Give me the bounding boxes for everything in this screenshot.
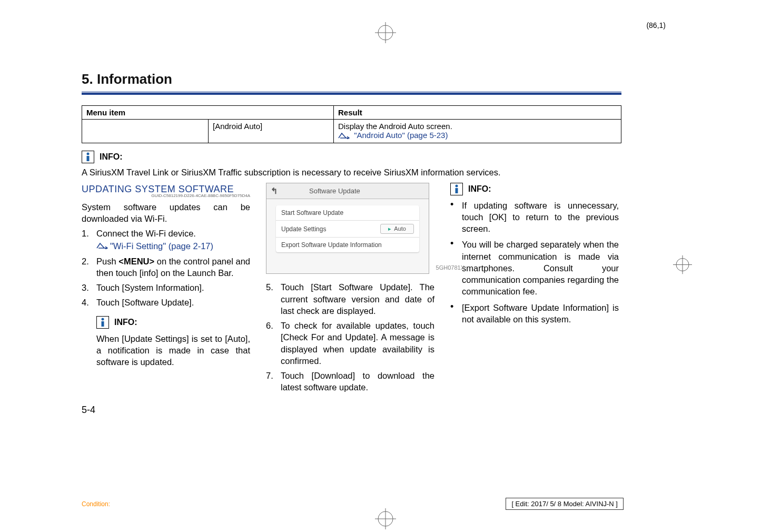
info-label-1: INFO:	[100, 152, 123, 162]
info-label-3: INFO:	[468, 183, 491, 195]
column-3: INFO: •If updating software is unnecessa…	[450, 183, 619, 397]
condition-label: Condition:	[82, 500, 110, 508]
svg-rect-9	[102, 321, 104, 327]
svg-point-10	[456, 184, 458, 187]
shot-row-3: Export Software Update Information	[276, 237, 419, 252]
step7-text: Touch [Download] to download the latest …	[281, 370, 434, 393]
title-underline	[82, 92, 621, 96]
col1-info-note: When [Update Settings] is set to [Auto],…	[96, 333, 250, 368]
step6-text: To check for available updates, touch [C…	[281, 320, 434, 367]
info-label-2: INFO:	[114, 317, 137, 328]
svg-point-8	[102, 318, 104, 320]
page-number: 5-4	[82, 405, 95, 416]
step1-text: Connect the Wi-Fi device.	[96, 229, 196, 238]
info-icon	[96, 316, 109, 329]
info-icon	[450, 183, 463, 195]
shot-title: Software Update	[309, 186, 360, 196]
column-1: UPDATING SYSTEM SOFTWARE GUID-C5812199-D…	[82, 183, 250, 397]
info-box-1: INFO:	[82, 151, 621, 163]
num-6: 6.	[266, 320, 281, 367]
ref-icon	[96, 240, 108, 252]
step4-text: Touch [Software Update].	[96, 297, 250, 308]
col3-b2: You will be charged separately when the …	[462, 239, 619, 297]
page-indicator: (86,1)	[646, 21, 666, 29]
num-7: 7.	[266, 370, 281, 393]
num-1: 1.	[82, 228, 96, 252]
shot-row-1: Start Software Update	[276, 205, 419, 220]
num-4: 4.	[82, 297, 96, 308]
section-title: 5. Information	[82, 71, 621, 87]
step3-text: Touch [System Information].	[96, 282, 250, 293]
crop-mark-bottom	[375, 508, 396, 529]
column-2: ↰ Software Update Start Software Update …	[266, 183, 434, 397]
svg-rect-11	[456, 188, 458, 193]
step1-link: "Wi-Fi Setting" (page 2-17)	[110, 240, 213, 252]
back-icon: ↰	[271, 185, 278, 197]
step2-text: Push <MENU> on the control panel and the…	[96, 255, 250, 279]
crop-mark-top	[375, 22, 396, 43]
col3-b1: If updating software is unnecessary, tou…	[462, 200, 619, 235]
svg-rect-7	[87, 156, 90, 161]
step5-text: Touch [Start Software Update]. The curre…	[281, 281, 434, 317]
shot-toggle: ▸Auto	[380, 224, 414, 234]
num-3: 3.	[82, 282, 96, 293]
num-2: 2.	[82, 255, 96, 279]
shot-row2-label: Update Settings	[281, 225, 326, 233]
shot-code: 5GH0781X	[436, 264, 464, 272]
crop-mark-side	[673, 255, 692, 277]
td-empty	[82, 120, 209, 143]
result-link: "Android Auto" (page 5-23)	[354, 131, 448, 140]
info-icon	[82, 151, 94, 163]
menu-table: Menu item Result [Android Auto] Display …	[82, 105, 621, 143]
edit-box: [ Edit: 2017/ 5/ 8 Model: AIVINJ-N ]	[506, 498, 624, 510]
th-menu: Menu item	[82, 106, 334, 120]
num-5: 5.	[266, 281, 281, 317]
software-update-screenshot: ↰ Software Update Start Software Update …	[266, 183, 429, 274]
result-line1: Display the Android Auto screen.	[338, 122, 452, 131]
svg-point-6	[87, 152, 90, 155]
info-box-3: INFO:	[450, 183, 619, 195]
col1-intro: System software updates can be downloade…	[82, 201, 250, 225]
th-result: Result	[334, 106, 621, 120]
td-result: Display the Android Auto screen. "Androi…	[334, 120, 621, 143]
ref-icon	[338, 132, 350, 141]
td-android-auto: [Android Auto]	[209, 120, 334, 143]
col3-b3: [Export Software Update Information] is …	[462, 302, 619, 326]
info-box-2: INFO:	[96, 316, 250, 329]
bullet-icon: •	[450, 302, 462, 326]
bullet-icon: •	[450, 200, 462, 235]
subscription-note: A SiriusXM Travel Link or SiriusXM Traff…	[82, 168, 621, 178]
